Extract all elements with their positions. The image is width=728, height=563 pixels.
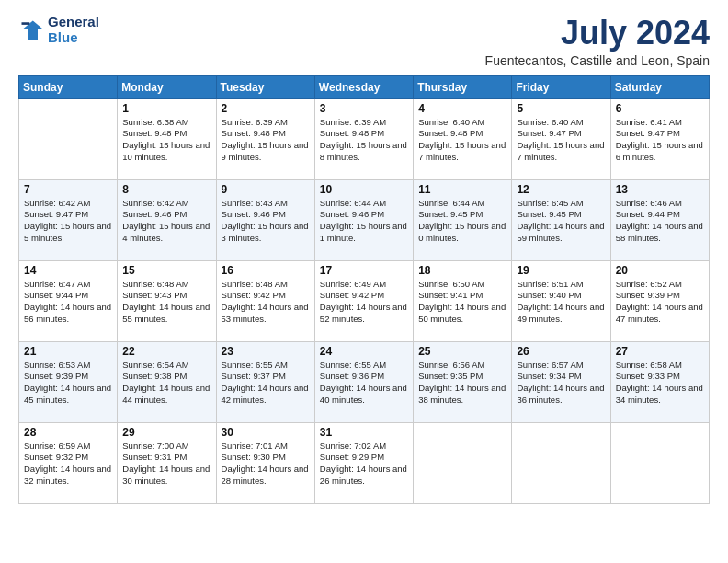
day-number: 26 (517, 345, 605, 358)
calendar-cell: 31Sunrise: 7:02 AMSunset: 9:29 PMDayligh… (314, 422, 413, 503)
calendar-cell: 14Sunrise: 6:47 AMSunset: 9:44 PMDayligh… (19, 260, 118, 341)
day-number: 2 (222, 102, 310, 115)
cell-info: Sunrise: 6:55 AMSunset: 9:36 PMDaylight:… (320, 360, 408, 407)
cell-info: Sunrise: 6:58 AMSunset: 9:33 PMDaylight:… (616, 360, 704, 407)
day-number: 14 (24, 264, 112, 277)
calendar-cell: 19Sunrise: 6:51 AMSunset: 9:40 PMDayligh… (512, 260, 610, 341)
day-number: 29 (122, 426, 210, 439)
weekday-header: Tuesday (216, 75, 314, 98)
cell-info: Sunrise: 6:54 AMSunset: 9:38 PMDaylight:… (122, 360, 210, 407)
cell-info: Sunrise: 6:49 AMSunset: 9:42 PMDaylight:… (320, 279, 408, 326)
calendar-cell: 16Sunrise: 6:48 AMSunset: 9:42 PMDayligh… (216, 260, 314, 341)
cell-info: Sunrise: 6:43 AMSunset: 9:46 PMDaylight:… (222, 198, 310, 245)
cell-info: Sunrise: 6:59 AMSunset: 9:32 PMDaylight:… (24, 441, 112, 488)
day-number: 1 (122, 102, 210, 115)
day-number: 27 (616, 345, 704, 358)
day-number: 3 (320, 102, 408, 115)
logo-icon (18, 17, 44, 43)
calendar-cell: 6Sunrise: 6:41 AMSunset: 9:47 PMDaylight… (610, 98, 709, 179)
calendar-cell: 11Sunrise: 6:44 AMSunset: 9:45 PMDayligh… (414, 179, 512, 260)
calendar-cell: 23Sunrise: 6:55 AMSunset: 9:37 PMDayligh… (216, 341, 314, 422)
day-number: 4 (418, 102, 506, 115)
cell-info: Sunrise: 6:50 AMSunset: 9:41 PMDaylight:… (418, 279, 506, 326)
day-number: 17 (320, 264, 408, 277)
cell-info: Sunrise: 7:01 AMSunset: 9:30 PMDaylight:… (222, 441, 310, 488)
calendar-cell: 5Sunrise: 6:40 AMSunset: 9:47 PMDaylight… (512, 98, 610, 179)
header: General Blue July 2024 Fuentecantos, Cas… (18, 15, 710, 68)
weekday-header: Sunday (19, 75, 118, 98)
day-number: 5 (517, 102, 605, 115)
calendar-week-row: 7Sunrise: 6:42 AMSunset: 9:47 PMDaylight… (19, 179, 710, 260)
calendar-cell: 15Sunrise: 6:48 AMSunset: 9:43 PMDayligh… (118, 260, 216, 341)
cell-info: Sunrise: 6:52 AMSunset: 9:39 PMDaylight:… (616, 279, 704, 326)
weekday-header: Monday (118, 75, 216, 98)
cell-info: Sunrise: 7:02 AMSunset: 9:29 PMDaylight:… (320, 441, 408, 488)
cell-info: Sunrise: 6:38 AMSunset: 9:48 PMDaylight:… (122, 117, 210, 164)
title-block: July 2024 Fuentecantos, Castille and Leo… (485, 15, 710, 68)
day-number: 8 (122, 183, 210, 196)
calendar-cell: 22Sunrise: 6:54 AMSunset: 9:38 PMDayligh… (118, 341, 216, 422)
calendar-cell: 13Sunrise: 6:46 AMSunset: 9:44 PMDayligh… (610, 179, 709, 260)
day-number: 21 (24, 345, 112, 358)
calendar-cell (610, 422, 709, 503)
day-number: 15 (122, 264, 210, 277)
cell-info: Sunrise: 6:47 AMSunset: 9:44 PMDaylight:… (24, 279, 112, 326)
day-number: 9 (222, 183, 310, 196)
day-number: 18 (418, 264, 506, 277)
calendar-header-row: SundayMondayTuesdayWednesdayThursdayFrid… (19, 75, 710, 98)
calendar-cell (19, 98, 118, 179)
cell-info: Sunrise: 6:51 AMSunset: 9:40 PMDaylight:… (517, 279, 605, 326)
calendar-cell: 1Sunrise: 6:38 AMSunset: 9:48 PMDaylight… (118, 98, 216, 179)
day-number: 10 (320, 183, 408, 196)
calendar-cell: 9Sunrise: 6:43 AMSunset: 9:46 PMDaylight… (216, 179, 314, 260)
logo-text: General Blue (48, 15, 99, 45)
page: General Blue July 2024 Fuentecantos, Cas… (0, 0, 728, 563)
calendar-week-row: 1Sunrise: 6:38 AMSunset: 9:48 PMDaylight… (19, 98, 710, 179)
weekday-header: Thursday (414, 75, 512, 98)
month-year: July 2024 (485, 15, 710, 52)
calendar-cell: 25Sunrise: 6:56 AMSunset: 9:35 PMDayligh… (414, 341, 512, 422)
calendar-week-row: 21Sunrise: 6:53 AMSunset: 9:39 PMDayligh… (19, 341, 710, 422)
calendar-week-row: 28Sunrise: 6:59 AMSunset: 9:32 PMDayligh… (19, 422, 710, 503)
calendar-cell: 24Sunrise: 6:55 AMSunset: 9:36 PMDayligh… (314, 341, 413, 422)
calendar-cell: 20Sunrise: 6:52 AMSunset: 9:39 PMDayligh… (610, 260, 709, 341)
cell-info: Sunrise: 6:44 AMSunset: 9:46 PMDaylight:… (320, 198, 408, 245)
cell-info: Sunrise: 6:55 AMSunset: 9:37 PMDaylight:… (222, 360, 310, 407)
location: Fuentecantos, Castille and Leon, Spain (485, 53, 710, 68)
day-number: 7 (24, 183, 112, 196)
day-number: 12 (517, 183, 605, 196)
calendar-cell (512, 422, 610, 503)
calendar-cell: 17Sunrise: 6:49 AMSunset: 9:42 PMDayligh… (314, 260, 413, 341)
calendar-table: SundayMondayTuesdayWednesdayThursdayFrid… (18, 75, 710, 504)
day-number: 31 (320, 426, 408, 439)
cell-info: Sunrise: 6:48 AMSunset: 9:43 PMDaylight:… (122, 279, 210, 326)
day-number: 13 (616, 183, 704, 196)
calendar-cell: 26Sunrise: 6:57 AMSunset: 9:34 PMDayligh… (512, 341, 610, 422)
day-number: 22 (122, 345, 210, 358)
day-number: 20 (616, 264, 704, 277)
calendar-cell: 21Sunrise: 6:53 AMSunset: 9:39 PMDayligh… (19, 341, 118, 422)
cell-info: Sunrise: 6:40 AMSunset: 9:47 PMDaylight:… (517, 117, 605, 164)
calendar-cell: 10Sunrise: 6:44 AMSunset: 9:46 PMDayligh… (314, 179, 413, 260)
calendar-cell: 27Sunrise: 6:58 AMSunset: 9:33 PMDayligh… (610, 341, 709, 422)
cell-info: Sunrise: 6:41 AMSunset: 9:47 PMDaylight:… (616, 117, 704, 164)
cell-info: Sunrise: 6:42 AMSunset: 9:46 PMDaylight:… (122, 198, 210, 245)
cell-info: Sunrise: 6:45 AMSunset: 9:45 PMDaylight:… (517, 198, 605, 245)
cell-info: Sunrise: 6:56 AMSunset: 9:35 PMDaylight:… (418, 360, 506, 407)
cell-info: Sunrise: 6:42 AMSunset: 9:47 PMDaylight:… (24, 198, 112, 245)
calendar-cell: 29Sunrise: 7:00 AMSunset: 9:31 PMDayligh… (118, 422, 216, 503)
weekday-header: Wednesday (314, 75, 413, 98)
weekday-header: Saturday (610, 75, 709, 98)
calendar-cell: 4Sunrise: 6:40 AMSunset: 9:48 PMDaylight… (414, 98, 512, 179)
calendar-cell: 12Sunrise: 6:45 AMSunset: 9:45 PMDayligh… (512, 179, 610, 260)
calendar-cell: 3Sunrise: 6:39 AMSunset: 9:48 PMDaylight… (314, 98, 413, 179)
logo: General Blue (18, 15, 99, 45)
calendar-cell: 7Sunrise: 6:42 AMSunset: 9:47 PMDaylight… (19, 179, 118, 260)
day-number: 6 (616, 102, 704, 115)
cell-info: Sunrise: 6:39 AMSunset: 9:48 PMDaylight:… (222, 117, 310, 164)
calendar-week-row: 14Sunrise: 6:47 AMSunset: 9:44 PMDayligh… (19, 260, 710, 341)
cell-info: Sunrise: 6:46 AMSunset: 9:44 PMDaylight:… (616, 198, 704, 245)
day-number: 11 (418, 183, 506, 196)
day-number: 25 (418, 345, 506, 358)
cell-info: Sunrise: 6:48 AMSunset: 9:42 PMDaylight:… (222, 279, 310, 326)
